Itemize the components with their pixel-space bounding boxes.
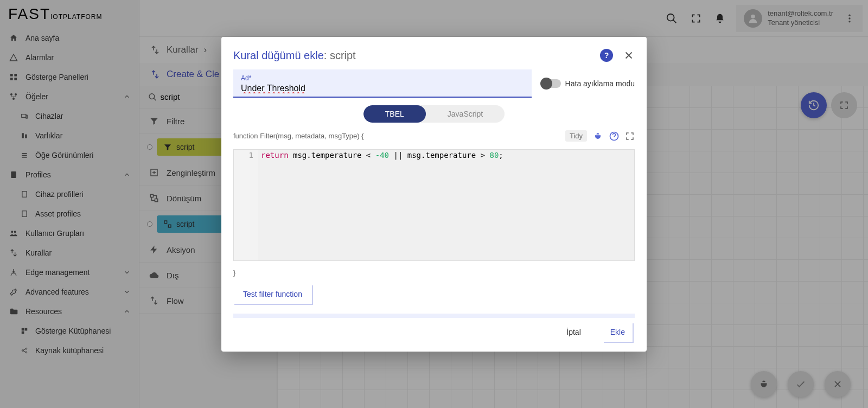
- code-keyword: return: [261, 151, 289, 160]
- code-num: -40: [375, 151, 389, 160]
- code-editor[interactable]: 1 return msg.temperature < -40 || msg.te…: [233, 149, 635, 261]
- editor-gutter: 1: [234, 150, 258, 260]
- modal-title: Kural düğümü ekle: script: [233, 49, 356, 62]
- name-field[interactable]: Ad*: [233, 69, 532, 98]
- bug-icon[interactable]: [592, 131, 603, 142]
- modal-title-main: Kural düğümü ekle: [233, 49, 324, 61]
- modal-title-sub: : script: [324, 49, 356, 61]
- editor-code[interactable]: return msg.temperature < -40 || msg.temp…: [258, 150, 634, 260]
- name-label: Ad*: [241, 74, 251, 82]
- lang-segment: TBEL JavaScript: [363, 105, 505, 123]
- toggle-track: [541, 79, 561, 88]
- function-close: }: [233, 269, 635, 277]
- help-button[interactable]: ?: [600, 49, 613, 62]
- tidy-button[interactable]: Tidy: [565, 130, 587, 142]
- code-num: 80: [489, 151, 499, 160]
- add-node-modal: Kural düğümü ekle: script ? Ad* Hata ayı…: [221, 37, 647, 352]
- name-input[interactable]: [241, 82, 524, 94]
- code-text: msg.temperature <: [289, 151, 375, 160]
- close-button[interactable]: [623, 49, 635, 61]
- function-signature: function Filter(msg, metadata, msgType) …: [233, 132, 364, 140]
- modal-overlay: Kural düğümü ekle: script ? Ad* Hata ayı…: [0, 0, 868, 408]
- tab-javascript[interactable]: JavaScript: [426, 105, 505, 123]
- code-text: || msg.temperature >: [389, 151, 489, 160]
- help-icon[interactable]: [609, 131, 620, 142]
- toggle-thumb: [540, 78, 552, 90]
- tab-tbel[interactable]: TBEL: [363, 105, 426, 123]
- add-button[interactable]: Ekle: [603, 322, 633, 342]
- scroll-indicator: [233, 314, 635, 318]
- debug-label: Hata ayıklama modu: [565, 79, 635, 88]
- fullscreen-editor-icon[interactable]: [625, 131, 635, 141]
- debug-toggle[interactable]: Hata ayıklama modu: [541, 79, 635, 88]
- cancel-button[interactable]: İptal: [559, 322, 588, 342]
- line-number: 1: [238, 151, 253, 160]
- code-text: ;: [499, 151, 503, 160]
- test-function-button[interactable]: Test filter function: [233, 284, 312, 304]
